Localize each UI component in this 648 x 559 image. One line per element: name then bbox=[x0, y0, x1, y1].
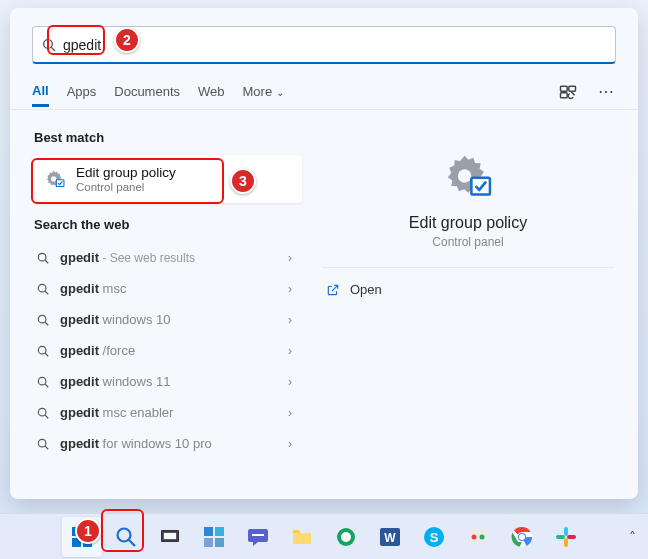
svg-rect-33 bbox=[204, 538, 213, 547]
svg-text:W: W bbox=[384, 531, 396, 545]
taskbar-search-button[interactable] bbox=[106, 517, 146, 557]
web-result[interactable]: gpedit for windows 10 pro› bbox=[32, 428, 302, 459]
chevron-down-icon: ⌄ bbox=[276, 87, 284, 98]
preview-pane: Edit group policy Control panel Open bbox=[310, 110, 638, 499]
vpn-icon bbox=[334, 525, 358, 549]
svg-point-5 bbox=[51, 176, 57, 182]
svg-rect-50 bbox=[564, 538, 568, 547]
svg-point-47 bbox=[519, 534, 525, 540]
tab-apps[interactable]: Apps bbox=[67, 78, 97, 105]
web-result-text: gpedit /force bbox=[60, 343, 288, 358]
tab-more[interactable]: More ⌄ bbox=[243, 78, 284, 105]
search-bar-container: gpedit bbox=[10, 8, 638, 74]
app-button-generic-2[interactable] bbox=[458, 517, 498, 557]
tab-web[interactable]: Web bbox=[198, 78, 225, 105]
chrome-button[interactable] bbox=[502, 517, 542, 557]
svg-point-15 bbox=[38, 377, 46, 385]
svg-point-0 bbox=[44, 39, 53, 48]
svg-point-27 bbox=[118, 528, 131, 541]
search-icon bbox=[36, 406, 50, 420]
svg-point-13 bbox=[38, 346, 46, 354]
file-explorer-button[interactable] bbox=[282, 517, 322, 557]
svg-line-14 bbox=[45, 352, 48, 355]
results-list: Best match Edit group policy Control pan… bbox=[10, 110, 310, 499]
chevron-right-icon: › bbox=[288, 282, 292, 296]
tab-all[interactable]: All bbox=[32, 77, 49, 107]
best-match-subtitle: Control panel bbox=[76, 181, 176, 193]
search-query-text: gpedit bbox=[63, 37, 607, 53]
app-button-generic-1[interactable] bbox=[326, 517, 366, 557]
tray-chevron-up-icon[interactable]: ˄ bbox=[629, 529, 636, 545]
svg-rect-49 bbox=[556, 535, 565, 539]
svg-line-12 bbox=[45, 321, 48, 324]
task-view-button[interactable] bbox=[150, 517, 190, 557]
gear-check-icon bbox=[44, 168, 66, 190]
open-action[interactable]: Open bbox=[322, 268, 614, 311]
preview-subtitle: Control panel bbox=[432, 235, 503, 249]
chevron-right-icon: › bbox=[288, 437, 292, 451]
svg-rect-30 bbox=[163, 532, 177, 540]
skype-icon: S bbox=[422, 525, 446, 549]
web-result-text: gpedit windows 10 bbox=[60, 312, 288, 327]
preview-title: Edit group policy bbox=[409, 214, 527, 232]
svg-line-20 bbox=[45, 445, 48, 448]
svg-rect-23 bbox=[72, 527, 81, 536]
search-icon bbox=[114, 525, 138, 549]
web-result-text: gpedit msc enabler bbox=[60, 405, 288, 420]
web-result[interactable]: gpedit windows 10› bbox=[32, 304, 302, 335]
app-icon bbox=[466, 525, 490, 549]
word-button[interactable]: W bbox=[370, 517, 410, 557]
svg-rect-25 bbox=[72, 538, 81, 547]
web-result[interactable]: gpedit msc› bbox=[32, 273, 302, 304]
svg-point-43 bbox=[472, 534, 477, 539]
tab-documents[interactable]: Documents bbox=[114, 78, 180, 105]
word-icon: W bbox=[378, 525, 402, 549]
web-result[interactable]: gpedit windows 11› bbox=[32, 366, 302, 397]
search-input[interactable]: gpedit bbox=[32, 26, 616, 64]
svg-point-9 bbox=[38, 284, 46, 292]
svg-rect-4 bbox=[561, 92, 568, 97]
search-icon bbox=[36, 251, 50, 265]
svg-rect-51 bbox=[567, 535, 576, 539]
search-icon bbox=[36, 282, 50, 296]
chrome-icon bbox=[510, 525, 534, 549]
svg-rect-32 bbox=[215, 527, 224, 536]
filter-tabs: All Apps Documents Web More ⌄ ⋯ bbox=[10, 74, 638, 110]
svg-line-18 bbox=[45, 414, 48, 417]
svg-text:S: S bbox=[430, 530, 439, 545]
start-button[interactable] bbox=[62, 517, 102, 557]
search-icon bbox=[41, 37, 57, 53]
taskbar: W S ˄ bbox=[0, 513, 648, 559]
svg-line-1 bbox=[51, 47, 55, 51]
svg-point-21 bbox=[458, 169, 472, 183]
web-result-text: gpedit for windows 10 pro bbox=[60, 436, 288, 451]
web-result[interactable]: gpedit /force› bbox=[32, 335, 302, 366]
web-result-text: gpedit windows 11 bbox=[60, 374, 288, 389]
chevron-right-icon: › bbox=[288, 344, 292, 358]
svg-line-28 bbox=[129, 540, 135, 546]
chevron-right-icon: › bbox=[288, 251, 292, 265]
web-result[interactable]: gpedit - See web results› bbox=[32, 242, 302, 273]
skype-button[interactable]: S bbox=[414, 517, 454, 557]
widgets-button[interactable] bbox=[194, 517, 234, 557]
slack-icon bbox=[554, 525, 578, 549]
chat-icon bbox=[246, 525, 270, 549]
best-match-result[interactable]: Edit group policy Control panel bbox=[32, 155, 302, 203]
web-result-text: gpedit - See web results bbox=[60, 250, 288, 265]
web-result[interactable]: gpedit msc enabler› bbox=[32, 397, 302, 428]
open-external-icon bbox=[326, 283, 340, 297]
chat-button[interactable] bbox=[238, 517, 278, 557]
web-result-text: gpedit msc bbox=[60, 281, 288, 296]
svg-rect-48 bbox=[564, 527, 568, 536]
start-search-panel: gpedit All Apps Documents Web More ⌄ ⋯ B… bbox=[10, 8, 638, 499]
windows-icon bbox=[70, 525, 94, 549]
search-options-icon[interactable] bbox=[558, 82, 578, 102]
svg-line-10 bbox=[45, 290, 48, 293]
widgets-icon bbox=[202, 525, 226, 549]
more-options-button[interactable]: ⋯ bbox=[596, 82, 616, 101]
system-tray[interactable]: ˄ bbox=[629, 529, 636, 545]
svg-point-17 bbox=[38, 408, 46, 416]
svg-rect-34 bbox=[215, 538, 224, 547]
chevron-right-icon: › bbox=[288, 406, 292, 420]
slack-button[interactable] bbox=[546, 517, 586, 557]
